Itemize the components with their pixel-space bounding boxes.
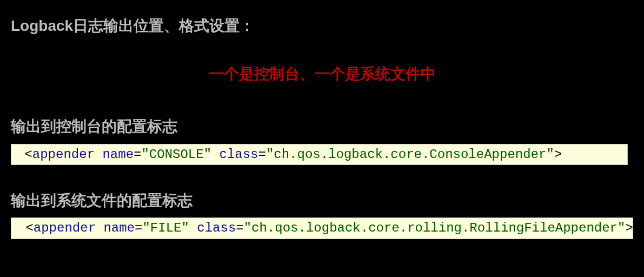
code-text: < [25,221,33,235]
subheading-file: 输出到系统文件的配置标志 [11,190,633,211]
subheading-console: 输出到控制台的配置标志 [11,116,633,137]
code-string: "ch.qos.logback.core.ConsoleAppender" [266,147,554,162]
code-text: = [236,221,243,235]
document-container: Logback日志输出位置、格式设置： 一个是控制台、一个是系统文件中 输出到控… [0,0,644,239]
code-text: > [554,147,562,162]
code-text: = [135,221,142,235]
code-text: = [134,147,141,162]
code-text [189,221,197,235]
code-attr: class [197,221,236,235]
code-string: "CONSOLE" [141,147,211,162]
code-text: = [258,147,266,162]
code-string: "FILE" [142,221,189,235]
code-attr: name [103,221,135,235]
code-file-appender: <appender name="FILE" class="ch.qos.logb… [11,217,633,239]
code-text: < [24,147,32,162]
code-text [95,147,102,162]
code-tag: appender [32,147,95,162]
code-text [96,221,103,235]
highlight-note: 一个是控制台、一个是系统文件中 [11,63,633,84]
main-heading: Logback日志输出位置、格式设置： [11,15,633,36]
code-attr: name [102,147,134,162]
code-text [17,147,24,162]
code-tag: appender [34,221,96,235]
code-console-appender: <appender name="CONSOLE" class="ch.qos.l… [11,144,628,166]
code-string: "ch.qos.logback.core.rolling.RollingFile… [244,221,626,235]
code-text [18,221,25,235]
code-text [211,147,219,162]
code-attr: class [219,147,258,162]
code-text: > [625,221,633,235]
